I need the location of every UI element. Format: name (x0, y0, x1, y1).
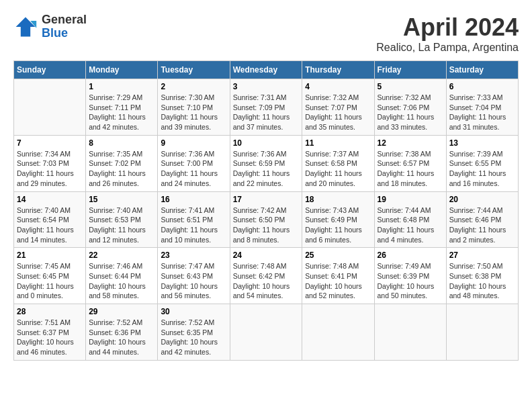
logo-text: General Blue (42, 13, 87, 40)
day-number: 14 (17, 195, 83, 204)
calendar-cell: 5Sunrise: 7:32 AMSunset: 7:06 PMDaylight… (374, 79, 446, 136)
calendar-cell (230, 304, 302, 361)
calendar-cell: 26Sunrise: 7:49 AMSunset: 6:39 PMDayligh… (374, 248, 446, 304)
day-info: Sunrise: 7:31 AMSunset: 7:09 PMDaylight:… (233, 93, 300, 132)
svg-marker-0 (16, 17, 36, 36)
calendar-week-5: 28Sunrise: 7:51 AMSunset: 6:37 PMDayligh… (14, 304, 519, 361)
logo: General Blue (13, 13, 87, 40)
day-number: 30 (161, 307, 226, 316)
calendar-cell: 16Sunrise: 7:41 AMSunset: 6:51 PMDayligh… (158, 191, 230, 248)
day-info: Sunrise: 7:36 AMSunset: 6:59 PMDaylight:… (233, 149, 300, 189)
column-header-thursday: Thursday (302, 61, 374, 79)
calendar-cell: 19Sunrise: 7:44 AMSunset: 6:48 PMDayligh… (374, 191, 446, 248)
page-header: General Blue April 2024 Realico, La Pamp… (13, 13, 519, 54)
day-number: 7 (17, 138, 83, 148)
calendar-week-1: 1Sunrise: 7:29 AMSunset: 7:11 PMDaylight… (14, 79, 519, 136)
day-info: Sunrise: 7:43 AMSunset: 6:49 PMDaylight:… (305, 205, 371, 245)
calendar-cell: 18Sunrise: 7:43 AMSunset: 6:49 PMDayligh… (302, 191, 374, 248)
calendar-cell: 27Sunrise: 7:50 AMSunset: 6:38 PMDayligh… (446, 248, 518, 304)
calendar-cell (374, 304, 446, 361)
day-number: 24 (233, 250, 300, 260)
calendar-cell: 4Sunrise: 7:32 AMSunset: 7:07 PMDaylight… (302, 79, 374, 136)
header-row: SundayMondayTuesdayWednesdayThursdayFrid… (14, 61, 519, 79)
day-number: 21 (17, 250, 83, 260)
day-number: 10 (233, 138, 300, 148)
day-info: Sunrise: 7:40 AMSunset: 6:53 PMDaylight:… (89, 205, 154, 245)
day-info: Sunrise: 7:51 AMSunset: 6:37 PMDaylight:… (17, 318, 83, 357)
calendar-cell: 28Sunrise: 7:51 AMSunset: 6:37 PMDayligh… (14, 304, 86, 361)
column-header-monday: Monday (86, 61, 158, 79)
day-number: 18 (305, 195, 371, 204)
day-info: Sunrise: 7:36 AMSunset: 7:00 PMDaylight:… (161, 149, 226, 189)
calendar-cell: 21Sunrise: 7:45 AMSunset: 6:45 PMDayligh… (14, 248, 86, 304)
day-number: 1 (89, 82, 154, 91)
calendar-cell: 10Sunrise: 7:36 AMSunset: 6:59 PMDayligh… (230, 135, 302, 191)
day-info: Sunrise: 7:32 AMSunset: 7:06 PMDaylight:… (378, 93, 443, 132)
day-info: Sunrise: 7:45 AMSunset: 6:45 PMDaylight:… (17, 261, 83, 301)
column-header-tuesday: Tuesday (158, 61, 230, 79)
day-number: 9 (161, 138, 226, 148)
calendar-cell: 17Sunrise: 7:42 AMSunset: 6:50 PMDayligh… (230, 191, 302, 248)
calendar-cell: 24Sunrise: 7:48 AMSunset: 6:42 PMDayligh… (230, 248, 302, 304)
day-info: Sunrise: 7:37 AMSunset: 6:58 PMDaylight:… (305, 149, 371, 189)
calendar-cell: 23Sunrise: 7:47 AMSunset: 6:43 PMDayligh… (158, 248, 230, 304)
day-info: Sunrise: 7:38 AMSunset: 6:57 PMDaylight:… (378, 149, 443, 189)
day-info: Sunrise: 7:49 AMSunset: 6:39 PMDaylight:… (378, 261, 443, 301)
calendar-cell: 25Sunrise: 7:48 AMSunset: 6:41 PMDayligh… (302, 248, 374, 304)
day-number: 26 (378, 250, 443, 260)
calendar-cell: 2Sunrise: 7:30 AMSunset: 7:10 PMDaylight… (158, 79, 230, 136)
day-info: Sunrise: 7:46 AMSunset: 6:44 PMDaylight:… (89, 261, 154, 301)
day-number: 23 (161, 250, 226, 260)
logo-icon (13, 15, 38, 39)
column-header-friday: Friday (374, 61, 446, 79)
calendar-title: April 2024 (376, 13, 519, 42)
calendar-cell (446, 304, 518, 361)
day-number: 20 (449, 195, 515, 204)
calendar-cell: 20Sunrise: 7:44 AMSunset: 6:46 PMDayligh… (446, 191, 518, 248)
day-number: 19 (378, 195, 443, 204)
day-number: 13 (449, 138, 515, 148)
day-number: 29 (89, 307, 154, 316)
calendar-subtitle: Realico, La Pampa, Argentina (376, 42, 519, 54)
day-number: 15 (89, 195, 154, 204)
day-number: 6 (449, 82, 515, 91)
day-info: Sunrise: 7:50 AMSunset: 6:38 PMDaylight:… (449, 261, 515, 301)
day-info: Sunrise: 7:44 AMSunset: 6:48 PMDaylight:… (378, 205, 443, 245)
day-number: 3 (233, 82, 300, 91)
day-info: Sunrise: 7:48 AMSunset: 6:42 PMDaylight:… (233, 261, 300, 301)
column-header-wednesday: Wednesday (230, 61, 302, 79)
day-number: 5 (378, 82, 443, 91)
calendar-cell: 30Sunrise: 7:52 AMSunset: 6:35 PMDayligh… (158, 304, 230, 361)
calendar-cell: 3Sunrise: 7:31 AMSunset: 7:09 PMDaylight… (230, 79, 302, 136)
calendar-cell (302, 304, 374, 361)
day-info: Sunrise: 7:44 AMSunset: 6:46 PMDaylight:… (449, 205, 515, 245)
day-info: Sunrise: 7:52 AMSunset: 6:35 PMDaylight:… (161, 318, 226, 357)
day-info: Sunrise: 7:35 AMSunset: 7:02 PMDaylight:… (89, 149, 154, 189)
calendar-cell: 1Sunrise: 7:29 AMSunset: 7:11 PMDaylight… (86, 79, 158, 136)
day-number: 25 (305, 250, 371, 260)
day-number: 12 (378, 138, 443, 148)
day-info: Sunrise: 7:33 AMSunset: 7:04 PMDaylight:… (449, 93, 515, 132)
calendar-cell: 14Sunrise: 7:40 AMSunset: 6:54 PMDayligh… (14, 191, 86, 248)
day-number: 27 (449, 250, 515, 260)
calendar-cell: 8Sunrise: 7:35 AMSunset: 7:02 PMDaylight… (86, 135, 158, 191)
day-info: Sunrise: 7:47 AMSunset: 6:43 PMDaylight:… (161, 261, 226, 301)
calendar-cell (14, 79, 86, 136)
calendar-cell: 29Sunrise: 7:52 AMSunset: 6:36 PMDayligh… (86, 304, 158, 361)
day-info: Sunrise: 7:52 AMSunset: 6:36 PMDaylight:… (89, 318, 154, 357)
day-number: 2 (161, 82, 226, 91)
calendar-cell: 12Sunrise: 7:38 AMSunset: 6:57 PMDayligh… (374, 135, 446, 191)
day-number: 22 (89, 250, 154, 260)
day-info: Sunrise: 7:30 AMSunset: 7:10 PMDaylight:… (161, 93, 226, 132)
calendar-cell: 13Sunrise: 7:39 AMSunset: 6:55 PMDayligh… (446, 135, 518, 191)
day-number: 4 (305, 82, 371, 91)
day-number: 8 (89, 138, 154, 148)
day-number: 16 (161, 195, 226, 204)
day-number: 11 (305, 138, 371, 148)
calendar-week-4: 21Sunrise: 7:45 AMSunset: 6:45 PMDayligh… (14, 248, 519, 304)
day-info: Sunrise: 7:41 AMSunset: 6:51 PMDaylight:… (161, 205, 226, 245)
day-info: Sunrise: 7:48 AMSunset: 6:41 PMDaylight:… (305, 261, 371, 301)
day-info: Sunrise: 7:42 AMSunset: 6:50 PMDaylight:… (233, 205, 300, 245)
calendar-table: SundayMondayTuesdayWednesdayThursdayFrid… (13, 60, 519, 361)
calendar-cell: 15Sunrise: 7:40 AMSunset: 6:53 PMDayligh… (86, 191, 158, 248)
